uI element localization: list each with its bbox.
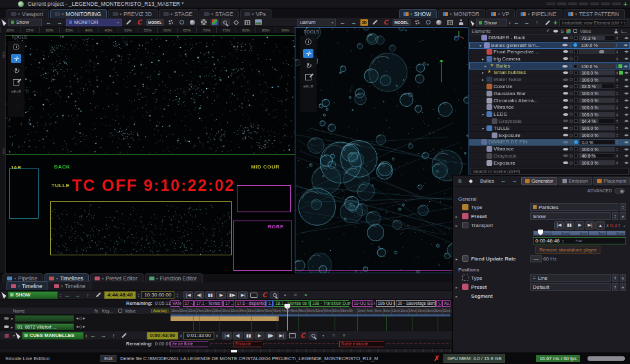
keyframe-eyes-icon[interactable]: ◂▸ bbox=[624, 160, 629, 165]
keyframe-eyes-icon[interactable]: ◂▸ bbox=[624, 118, 629, 123]
enabled-indicator[interactable] bbox=[619, 71, 623, 75]
timeline-panel-tab[interactable]: ▾Preset Editor bbox=[90, 273, 143, 282]
clock-tool-icon[interactable] bbox=[13, 44, 19, 50]
solo-circle-icon[interactable] bbox=[570, 78, 573, 81]
add-workspace-button[interactable]: + bbox=[624, 1, 627, 7]
keyframe-eyes-icon[interactable]: ◂▸ bbox=[624, 125, 629, 131]
dot-icon[interactable]: • bbox=[281, 291, 289, 299]
track-content[interactable] bbox=[171, 314, 450, 331]
expand-arrow[interactable]: ▸ bbox=[481, 77, 485, 82]
preset-select[interactable]: Snow bbox=[530, 212, 611, 220]
property-tab[interactable]: Emission bbox=[559, 177, 592, 185]
keyframe-eyes-icon[interactable]: ◂▸ bbox=[624, 77, 629, 82]
remove-standalone-player-button[interactable]: Remove standalone player bbox=[535, 246, 600, 254]
enabled-indicator[interactable] bbox=[619, 113, 623, 116]
cursor-tool-icon[interactable] bbox=[1, 291, 6, 298]
value-spinner[interactable]: ▴▾ bbox=[616, 78, 618, 82]
circle-icon[interactable] bbox=[424, 19, 432, 26]
zoom-icon[interactable] bbox=[270, 291, 279, 299]
visibility-eye-icon[interactable] bbox=[563, 154, 568, 157]
dot-icon[interactable]: • bbox=[319, 332, 328, 340]
element-row[interactable]: ▾ Bulles generatif Sm... 100.0 % ▴▾ ◂▸ bbox=[469, 42, 630, 49]
modifier-square-icon[interactable] bbox=[574, 50, 578, 53]
move-tool-icon[interactable]: ✛ bbox=[11, 54, 21, 63]
keyframe-eyes-icon[interactable]: ◂▸ bbox=[624, 132, 629, 138]
transport-button[interactable]: ▶| bbox=[277, 332, 286, 340]
transport-button[interactable]: |◀ bbox=[554, 221, 564, 230]
visibility-eye-icon[interactable] bbox=[563, 71, 568, 74]
timeline1-selector[interactable]: SHOW bbox=[8, 291, 58, 299]
back-arrow-button[interactable]: ← bbox=[499, 177, 508, 185]
solo-circle-icon[interactable] bbox=[570, 92, 573, 95]
element-row[interactable]: ▸ * Bulles 100.0 % ▴▾ ◂▸ bbox=[469, 62, 630, 69]
cue-tool-icon[interactable]: C bbox=[135, 19, 144, 26]
snapshot-icon[interactable] bbox=[254, 19, 263, 26]
keyframe-eyes-icon[interactable]: ◂▸ bbox=[624, 112, 629, 117]
transport-button[interactable]: ▲ bbox=[595, 221, 605, 230]
positions-preset-select[interactable]: Default bbox=[530, 283, 611, 291]
enabled-indicator[interactable] bbox=[619, 105, 623, 109]
timeline-clip[interactable]: 17 ... bbox=[223, 300, 234, 307]
viewport-tab[interactable]: ▾ Viewport bbox=[6, 9, 49, 18]
modifier-square-icon[interactable] bbox=[573, 64, 577, 68]
value-spinner[interactable]: ▴▾ bbox=[616, 91, 618, 95]
element-value-field[interactable]: 0.0 % bbox=[579, 140, 615, 145]
track-bar-tan[interactable] bbox=[171, 316, 279, 321]
solo-circle-icon[interactable] bbox=[570, 113, 573, 116]
transport-button[interactable]: ▮▶ bbox=[227, 291, 237, 299]
enabled-indicator[interactable] bbox=[619, 91, 623, 95]
modifier-square-icon[interactable] bbox=[574, 126, 578, 130]
enabled-indicator[interactable] bbox=[619, 57, 623, 60]
element-row[interactable]: DIMMER DE FIN 0.0 % ▴▾ ◂▸ bbox=[469, 139, 630, 146]
positions-save-button[interactable]: ▣ bbox=[620, 283, 626, 291]
enabled-indicator[interactable] bbox=[619, 78, 623, 82]
error-x-icon[interactable]: ✗ bbox=[434, 354, 440, 363]
zoom-ruler[interactable]: 20%25%30%35%40%45%50%55%60%65%70%75%80%8… bbox=[0, 27, 295, 33]
value-spinner[interactable]: ▴▾ bbox=[616, 119, 618, 123]
element-value-field[interactable]: 100.0 % bbox=[579, 64, 615, 69]
enabled-indicator[interactable] bbox=[619, 50, 623, 53]
forward-arrow-button[interactable]: → bbox=[349, 19, 358, 26]
timeline-panel-tab[interactable]: ▾Function Editor bbox=[145, 273, 203, 282]
timeline1-ruler[interactable]: 18min20min22min24min26min28min30min32min… bbox=[171, 307, 450, 314]
back-arrow-button[interactable]: ← bbox=[512, 19, 521, 26]
visibility-eye-icon[interactable] bbox=[563, 161, 568, 164]
visibility-eye-icon[interactable] bbox=[563, 127, 568, 129]
timeline-clip[interactable]: 17.1 - Textes Man... bbox=[194, 300, 223, 307]
value-spinner[interactable]: ▴▾ bbox=[616, 50, 618, 53]
enabled-indicator[interactable] bbox=[618, 64, 622, 68]
element-row[interactable]: Exposure 100.0 % ▴▾ ◂▸ bbox=[469, 159, 630, 167]
workspace-button[interactable] bbox=[612, 3, 621, 5]
timeline-clip[interactable]: 17.6 - disparition e... bbox=[235, 300, 266, 307]
enabled-indicator[interactable] bbox=[619, 133, 623, 137]
value-spinner[interactable]: ▴▾ bbox=[616, 154, 618, 158]
element-value-field[interactable]: 100.0 % bbox=[579, 160, 615, 165]
up-arrow-button[interactable]: ↑ bbox=[109, 332, 118, 340]
solo-circle-icon[interactable] bbox=[570, 120, 573, 123]
solo-circle-icon[interactable] bbox=[570, 127, 573, 130]
visibility-eye-icon[interactable] bbox=[563, 50, 568, 53]
viewport-tab[interactable]: ▾ STAGE bbox=[159, 9, 198, 18]
element-row[interactable]: Gaussian Blur 100.0 % ▴▾ ◂▸ bbox=[469, 90, 630, 97]
element-row[interactable]: Vibrance 100.0 % ▴▾ ◂▸ bbox=[469, 104, 630, 111]
timeline-clip[interactable]: 18.1 - Montée de flo... bbox=[273, 300, 310, 307]
track-row[interactable]: ▾ ◂◇▸ bbox=[0, 314, 171, 322]
edit-tool-icon[interactable] bbox=[13, 79, 19, 86]
cursor-tool-icon[interactable] bbox=[470, 19, 475, 26]
visibility-eye-icon[interactable] bbox=[563, 120, 568, 122]
element-row[interactable]: Grayscale 40.9 % ▴▾ ◂▸ bbox=[469, 153, 630, 160]
edit-off-label[interactable]: edit off bbox=[304, 84, 313, 88]
element-value-field[interactable]: 73.3 % bbox=[579, 35, 615, 41]
solo-circle-icon[interactable] bbox=[570, 134, 573, 137]
timeline-subtab[interactable]: ▾Timeline bbox=[50, 281, 91, 290]
timeline-cue-clip[interactable]: Sortie entracte bbox=[339, 341, 386, 347]
gear-icon[interactable] bbox=[413, 19, 422, 26]
modifier-square-icon[interactable] bbox=[574, 119, 578, 123]
timeline-clip[interactable]: 20 - Sauvetage Berticcio bbox=[396, 300, 436, 307]
visibility-eye-icon[interactable] bbox=[563, 106, 568, 109]
instantiate-add-button[interactable]: + bbox=[553, 20, 557, 26]
element-value-field[interactable]: 100.0 % bbox=[579, 70, 615, 75]
visibility-eye-icon[interactable] bbox=[563, 148, 568, 150]
forward-arrow-button[interactable]: → bbox=[510, 177, 519, 185]
timeline2-total-timecode[interactable]: 0:01:33:00 bbox=[183, 332, 214, 340]
